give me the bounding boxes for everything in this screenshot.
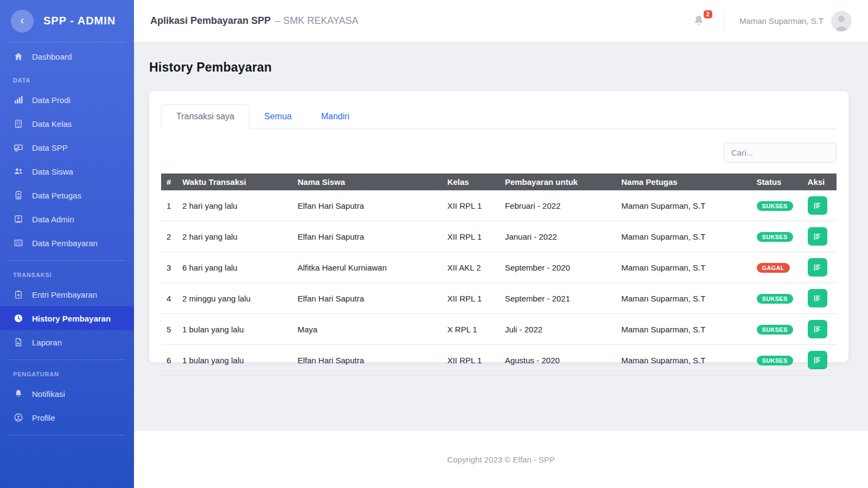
detail-button[interactable]	[808, 289, 827, 307]
home-icon	[13, 51, 24, 62]
footer: Copyright 2023 © Elfan - SPP	[134, 431, 868, 488]
search-input[interactable]	[724, 143, 837, 163]
sidebar-item-dashboard[interactable]: Dashboard	[0, 44, 134, 68]
cell-kelas: XII RPL 1	[442, 345, 499, 376]
status-badge: SUKSES	[757, 325, 793, 335]
cell-untuk: Agustus - 2020	[500, 345, 616, 376]
cell-no: 2	[161, 221, 177, 252]
cell-kelas: XII AKL 2	[442, 252, 499, 283]
content-area: History Pembayaran Transaksi saya Semua …	[134, 42, 868, 431]
topbar: Aplikasi Pembayaran SPP – SMK REKAYASA 2…	[134, 0, 868, 42]
detail-list-icon	[813, 263, 822, 272]
status-badge: SUKSES	[757, 201, 793, 211]
sidebar-item-data-pembayaran[interactable]: Data Pembayaran	[0, 231, 134, 255]
sidebar-item-data-prodi[interactable]: Data Prodi	[0, 88, 134, 112]
cell-untuk: Juli - 2022	[500, 314, 616, 345]
col-nama-siswa: Nama Siswa	[292, 174, 442, 190]
app-title: Aplikasi Pembayaran SPP	[150, 15, 271, 27]
sidebar-item-label: Data SPP	[32, 143, 68, 152]
sidebar-item-data-petugas[interactable]: Data Petugas	[0, 183, 134, 207]
sidebar-item-laporan[interactable]: Laporan	[0, 330, 134, 354]
cell-petugas: Maman Suparman, S.T	[616, 252, 751, 283]
cell-nama: Elfan Hari Saputra	[292, 345, 442, 376]
sidebar-collapse-button[interactable]	[11, 10, 34, 33]
detail-button[interactable]	[808, 258, 827, 277]
tab-mandiri[interactable]: Mandiri	[307, 104, 364, 129]
sidebar-item-label: Data Prodi	[32, 95, 71, 105]
search-row	[161, 143, 837, 163]
cell-petugas: Maman Suparman, S.T	[616, 283, 751, 314]
table-row: 4 2 minggu yang lalu Elfan Hari Saputra …	[161, 283, 837, 314]
cell-kelas: XII RPL 1	[442, 283, 499, 314]
sidebar-item-label: Data Siswa	[32, 167, 73, 176]
avatar[interactable]	[831, 11, 852, 31]
cell-petugas: Maman Suparman, S.T	[616, 345, 751, 376]
detail-button[interactable]	[808, 351, 827, 369]
cell-no: 4	[161, 283, 177, 314]
table-row: 6 1 bulan yang lalu Elfan Hari Saputra X…	[161, 345, 837, 376]
cell-kelas: XII RPL 1	[442, 190, 499, 221]
table-row: 2 2 hari yang lalu Elfan Hari Saputra XI…	[161, 221, 837, 252]
col-pembayaran-untuk: Pembayaran untuk	[500, 174, 616, 190]
id-badge-icon	[13, 190, 24, 201]
cell-nama: Alfitka Haerul Kurniawan	[292, 252, 442, 283]
cell-no: 3	[161, 252, 177, 283]
status-badge: SUKSES	[757, 294, 793, 304]
tab-transaksi-saya[interactable]: Transaksi saya	[161, 104, 250, 129]
col-kelas: Kelas	[442, 174, 499, 190]
sidebar-nav: Dashboard DATA Data Prodi Data Kelas Dat…	[0, 42, 134, 260]
sidebar-item-data-admin[interactable]: Data Admin	[0, 207, 134, 231]
detail-list-icon	[813, 201, 822, 210]
copyright-text: Copyright 2023 © Elfan - SPP	[447, 455, 555, 464]
clipboard-plus-icon	[13, 289, 24, 300]
detail-button[interactable]	[808, 196, 827, 215]
sidebar-item-entri-pembayaran[interactable]: Entri Pembayaran	[0, 282, 134, 306]
detail-list-icon	[813, 232, 822, 241]
sidebar-section-data: DATA	[0, 68, 134, 88]
notification-bell-button[interactable]: 2	[692, 14, 706, 28]
cell-no: 5	[161, 314, 177, 345]
page-title: History Pembayaran	[149, 60, 848, 75]
sidebar-item-profile[interactable]: Profile	[0, 406, 134, 429]
user-square-icon	[13, 214, 24, 224]
sidebar-item-label: Laporan	[32, 338, 62, 347]
users-icon	[13, 166, 24, 177]
col-no: #	[161, 174, 177, 190]
table-header-row: # Waktu Transaksi Nama Siswa Kelas Pemba…	[161, 174, 837, 190]
cell-untuk: September - 2020	[500, 252, 616, 283]
sidebar-item-data-siswa[interactable]: Data Siswa	[0, 159, 134, 183]
cell-untuk: Januari - 2022	[500, 221, 616, 252]
app-subtitle: – SMK REKAYASA	[275, 15, 358, 27]
main-column: Aplikasi Pembayaran SPP – SMK REKAYASA 2…	[134, 0, 868, 488]
sidebar-item-notifikasi[interactable]: Notifikasi	[0, 382, 134, 406]
detail-button[interactable]	[808, 227, 827, 246]
cell-waktu: 2 hari yang lalu	[177, 190, 292, 221]
cell-nama: Elfan Hari Saputra	[292, 221, 442, 252]
sidebar-item-data-spp[interactable]: Data SPP	[0, 136, 134, 159]
table-row: 5 1 bulan yang lalu Maya X RPL 1 Juli - …	[161, 314, 837, 345]
table-row: 3 6 hari yang lalu Alfitka Haerul Kurnia…	[161, 252, 837, 283]
divider	[9, 435, 125, 435]
sidebar: SPP - ADMIN Dashboard DATA Data Prodi Da…	[0, 0, 134, 488]
chart-bars-icon	[13, 94, 24, 105]
sidebar-item-history-pembayaran[interactable]: History Pembayaran	[0, 306, 134, 330]
tab-semua[interactable]: Semua	[250, 104, 307, 129]
detail-button[interactable]	[808, 320, 827, 338]
col-waktu: Waktu Transaksi	[177, 174, 292, 190]
history-card: Transaksi saya Semua Mandiri # Waktu Tra…	[149, 91, 848, 362]
sidebar-item-label: Notifikasi	[32, 389, 65, 399]
detail-list-icon	[813, 325, 822, 334]
table-row: 1 2 hari yang lalu Elfan Hari Saputra XI…	[161, 190, 837, 221]
sidebar-header: SPP - ADMIN	[0, 0, 134, 42]
col-nama-petugas: Nama Petugas	[616, 174, 751, 190]
detail-list-icon	[813, 356, 822, 365]
cell-nama: Elfan Hari Saputra	[292, 190, 442, 221]
sidebar-item-data-kelas[interactable]: Data Kelas	[0, 112, 134, 136]
file-chart-icon	[13, 337, 24, 348]
col-status: Status	[751, 174, 802, 190]
status-badge: SUKSES	[757, 356, 793, 365]
chevron-left-icon	[18, 17, 27, 25]
cell-petugas: Maman Suparman, S.T	[616, 221, 751, 252]
cell-waktu: 1 bulan yang lalu	[177, 314, 292, 345]
notification-count-badge: 2	[704, 10, 712, 18]
